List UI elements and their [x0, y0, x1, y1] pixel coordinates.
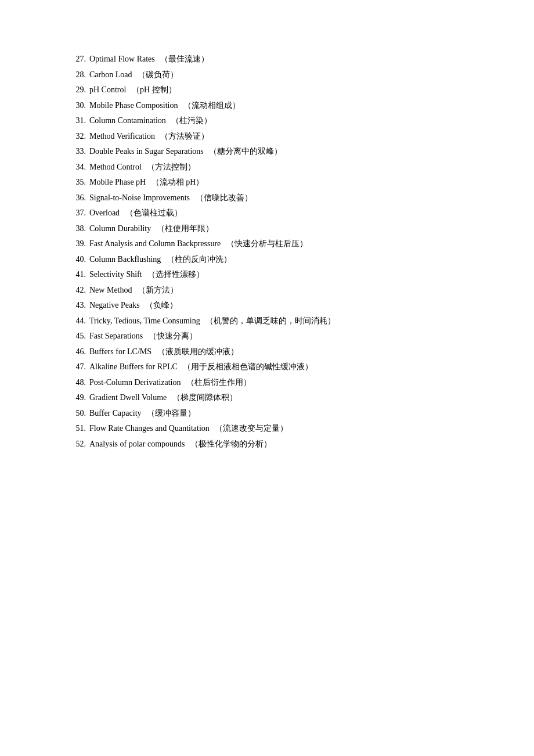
item-title: pH Control [89, 85, 126, 94]
item-number: 48. [70, 376, 86, 390]
item-text: pH Control （pH 控制） [89, 83, 464, 98]
item-title: Buffers for LC/MS [89, 347, 151, 356]
item-number: 33. [70, 145, 86, 159]
item-title: Column Contamination [89, 116, 166, 125]
item-text: Negative Peaks （负峰） [89, 298, 464, 313]
item-number: 51. [70, 422, 86, 436]
item-subtitle: （糖分离中的双峰） [207, 147, 283, 156]
item-number: 44. [70, 314, 86, 329]
item-number: 40. [70, 253, 86, 267]
list-item: 48.Post-Column Derivatization （柱后衍生作用） [70, 376, 464, 390]
item-subtitle: （快速分离） [146, 332, 197, 340]
item-number: 29. [70, 83, 86, 98]
item-text: New Method （新方法） [89, 283, 464, 298]
item-number: 45. [70, 329, 86, 344]
item-number: 47. [70, 360, 86, 375]
item-title: New Method [89, 286, 132, 294]
item-text: Column Durability （柱使用年限） [89, 222, 464, 236]
item-text: Buffer Capacity （缓冲容量） [89, 406, 464, 421]
item-subtitle: （流动相 pH） [149, 178, 204, 186]
item-title: Method Control [89, 163, 142, 171]
item-title: Buffer Capacity [89, 409, 142, 417]
item-number: 52. [70, 437, 86, 452]
item-subtitle: （负峰） [143, 301, 178, 309]
item-title: Negative Peaks [89, 301, 140, 309]
item-text: Column Contamination （柱污染） [89, 114, 464, 128]
item-text: Overload （色谱柱过载） [89, 206, 464, 221]
list-item: 46.Buffers for LC/MS （液质联用的缓冲液） [70, 345, 464, 359]
item-number: 37. [70, 206, 86, 221]
item-number: 46. [70, 345, 86, 359]
list-item: 28.Carbon Load （碳负荷） [70, 68, 464, 82]
item-subtitle: （方法控制） [145, 163, 196, 171]
item-subtitle: （柱污染） [169, 116, 212, 125]
item-title: Mobile Phase pH [89, 178, 146, 186]
list-item: 44.Tricky, Tedious, Time Consuming （机警的，… [70, 314, 464, 329]
list-item: 36.Signal-to-Noise Improvements （信噪比改善） [70, 191, 464, 206]
item-subtitle: （新方法） [136, 286, 179, 294]
item-text: Method Control （方法控制） [89, 160, 464, 175]
item-number: 32. [70, 129, 86, 144]
item-subtitle: （信噪比改善） [193, 193, 252, 202]
list-item: 41.Selectivity Shift （选择性漂移） [70, 268, 464, 282]
item-subtitle: （选择性漂移） [146, 270, 205, 279]
item-number: 34. [70, 160, 86, 175]
item-subtitle: （快速分析与柱后压） [224, 239, 308, 248]
item-text: Buffers for LC/MS （液质联用的缓冲液） [89, 345, 464, 359]
item-subtitle: （碳负荷） [135, 70, 178, 79]
item-text: Flow Rate Changes and Quantitation （流速改变… [89, 422, 464, 436]
item-title: Overload [89, 208, 120, 217]
item-text: Analysis of polar compounds （极性化学物的分析） [89, 437, 464, 452]
list-item: 33.Double Peaks in Sugar Separations （糖分… [70, 145, 464, 159]
list-item: 49.Gradient Dwell Volume （梯度间隙体积） [70, 391, 464, 405]
item-text: Gradient Dwell Volume （梯度间隙体积） [89, 391, 464, 405]
item-subtitle: （柱后衍生作用） [184, 378, 251, 387]
main-content: 27.Optimal Flow Rates （最佳流速）28.Carbon Lo… [0, 0, 534, 505]
list-item: 30.Mobile Phase Composition （流动相组成） [70, 99, 464, 113]
item-title: Carbon Load [89, 70, 132, 79]
item-text: Fast Separations （快速分离） [89, 329, 464, 344]
item-subtitle: （梯度间隙体积） [170, 393, 237, 402]
list-item: 52.Analysis of polar compounds （极性化学物的分析… [70, 437, 464, 452]
item-subtitle: （缓冲容量） [145, 409, 196, 417]
item-subtitle: （极性化学物的分析） [188, 440, 272, 448]
list-item: 42.New Method （新方法） [70, 283, 464, 298]
list-item: 39.Fast Analysis and Column Backpressure… [70, 237, 464, 251]
item-subtitle: （pH 控制） [129, 85, 176, 94]
item-subtitle: （机警的，单调乏味的，时间消耗） [204, 316, 336, 325]
item-text: Optimal Flow Rates （最佳流速） [89, 52, 464, 67]
item-text: Signal-to-Noise Improvements （信噪比改善） [89, 191, 464, 206]
item-number: 50. [70, 406, 86, 421]
item-title: Tricky, Tedious, Time Consuming [89, 316, 200, 325]
item-title: Fast Analysis and Column Backpressure [89, 239, 221, 248]
item-subtitle: （柱的反向冲洗） [164, 255, 232, 264]
list-item: 43.Negative Peaks （负峰） [70, 298, 464, 313]
item-number: 36. [70, 191, 86, 206]
item-subtitle: （方法验证） [158, 132, 210, 141]
item-subtitle: （液质联用的缓冲液） [155, 347, 239, 356]
list-item: 37.Overload （色谱柱过载） [70, 206, 464, 221]
item-subtitle: （柱使用年限） [154, 224, 214, 233]
item-text: Method Verification （方法验证） [89, 129, 464, 144]
item-title: Signal-to-Noise Improvements [89, 193, 190, 202]
list-item: 32.Method Verification （方法验证） [70, 129, 464, 144]
item-title: Flow Rate Changes and Quantitation [89, 424, 210, 433]
item-title: Double Peaks in Sugar Separations [89, 147, 204, 156]
list-item: 50.Buffer Capacity （缓冲容量） [70, 406, 464, 421]
item-text: Double Peaks in Sugar Separations （糖分离中的… [89, 145, 464, 159]
item-number: 31. [70, 114, 86, 128]
list-item: 29.pH Control （pH 控制） [70, 83, 464, 98]
item-text: Mobile Phase pH （流动相 pH） [89, 175, 464, 190]
item-text: Mobile Phase Composition （流动相组成） [89, 99, 464, 113]
list-item: 51.Flow Rate Changes and Quantitation （流… [70, 422, 464, 436]
item-text: Fast Analysis and Column Backpressure （快… [89, 237, 464, 251]
item-text: Post-Column Derivatization （柱后衍生作用） [89, 376, 464, 390]
item-subtitle: （用于反相液相色谱的碱性缓冲液） [181, 362, 313, 371]
item-number: 49. [70, 391, 86, 405]
item-title: Post-Column Derivatization [89, 378, 181, 387]
list-item: 38.Column Durability （柱使用年限） [70, 222, 464, 236]
item-subtitle: （流速改变与定量） [213, 424, 288, 433]
item-title: Method Verification [89, 132, 155, 141]
item-number: 42. [70, 283, 86, 298]
item-subtitle: （色谱柱过载） [123, 208, 182, 217]
